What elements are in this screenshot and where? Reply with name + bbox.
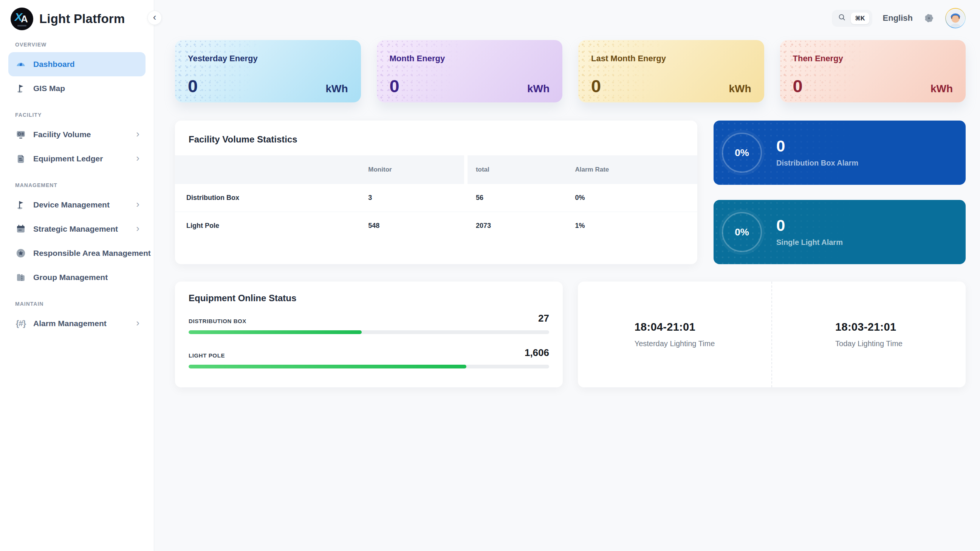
section-label-maintain: MAINTAIN — [15, 301, 145, 307]
flag-icon — [15, 199, 27, 210]
main-content: ⌘K English — [154, 0, 980, 551]
stat-title: Yesterday Energy — [188, 54, 348, 64]
progress-bar-fill — [189, 330, 362, 334]
time-label: Yesterday Lighting Time — [635, 339, 715, 348]
table-row: Light Pole 548 2073 1% — [175, 212, 697, 239]
topbar: ⌘K English — [175, 0, 966, 36]
brand-logo-icon: X A — [11, 8, 33, 30]
alarm-percent-ring: 0% — [722, 133, 762, 173]
alarm-value: 0 — [776, 138, 858, 154]
cell-alarm-rate: 1% — [566, 222, 697, 230]
facility-volume-statistics-card: Facility Volume Statistics Monitor total… — [175, 121, 697, 264]
stat-unit: kWh — [527, 83, 549, 94]
logo-letter: A — [21, 13, 28, 25]
time-value: 18:04-21:01 — [635, 321, 715, 333]
table-header: Monitor total Alarm Rate — [175, 155, 697, 184]
sidebar-item-alarm-management[interactable]: {#} Alarm Management › — [8, 311, 145, 336]
lighting-time-card: 18:04-21:01 Yesterday Lighting Time 18:0… — [578, 282, 966, 387]
equipment-label: LIGHT POLE — [189, 352, 225, 358]
sidebar-item-device-management[interactable]: Device Management › — [8, 193, 145, 217]
column-header: Monitor — [368, 155, 464, 184]
gauge-icon — [15, 59, 27, 70]
equipment-value: 1,606 — [525, 347, 549, 358]
section-label-management: MANAGEMENT — [15, 182, 145, 188]
flag-icon — [15, 83, 27, 94]
sidebar-item-dashboard[interactable]: Dashboard — [8, 52, 145, 76]
chevron-right-icon: › — [136, 129, 140, 140]
sidebar-collapse-button[interactable]: ‹ — [147, 11, 162, 25]
cell-alarm-rate: 0% — [566, 194, 697, 202]
section-label-facility: FACILITY — [15, 112, 145, 118]
alarm-percent-ring: 0% — [722, 212, 762, 252]
energy-stats-row: Yesterday Energy 0 kWh Month Energy 0 kW… — [175, 40, 966, 102]
sidebar-item-label: Strategic Management — [33, 225, 118, 234]
keyboard-shortcut-badge: ⌘K — [851, 13, 869, 24]
brand-name: Light Platform — [39, 12, 125, 26]
logo-bar — [18, 25, 27, 27]
progress-bar — [189, 330, 549, 334]
card-title: Equipment Online Status — [189, 293, 549, 303]
sidebar-item-group-management[interactable]: Group Management — [8, 265, 145, 290]
stat-unit: kWh — [325, 83, 348, 94]
sidebar-item-label: Responsible Area Management — [33, 248, 151, 258]
star-circle-icon — [15, 248, 27, 259]
sidebar-item-equipment-ledger[interactable]: Equipment Ledger › — [8, 147, 145, 171]
sidebar-item-label: Dashboard — [33, 60, 75, 69]
cell-name: Distribution Box — [175, 194, 368, 202]
equipment-value: 27 — [538, 312, 549, 324]
settings-gear-icon[interactable] — [923, 13, 935, 24]
sidebar-item-label: Alarm Management — [33, 319, 107, 328]
chevron-left-icon: ‹ — [153, 12, 156, 22]
cell-name: Light Pole — [175, 222, 368, 230]
user-avatar[interactable] — [945, 8, 966, 28]
alarm-value: 0 — [776, 218, 843, 234]
table-row: Distribution Box 3 56 0% — [175, 184, 697, 212]
stat-title: Month Energy — [390, 54, 550, 64]
stat-unit: kWh — [729, 83, 751, 94]
chevron-right-icon: › — [136, 153, 140, 164]
sidebar-item-strategic-management[interactable]: Strategic Management › — [8, 217, 145, 241]
stat-value: 0 — [793, 78, 803, 94]
equipment-status-item: LIGHT POLE 1,606 — [189, 347, 549, 368]
progress-bar-fill — [189, 365, 466, 368]
sidebar-item-label: Facility Volume — [33, 130, 91, 139]
distribution-box-alarm-card: 0% 0 Distribution Box Alarm — [714, 121, 966, 185]
facility-table: Monitor total Alarm Rate Distribution Bo… — [175, 155, 697, 239]
language-selector[interactable]: English — [883, 13, 913, 23]
stat-value: 0 — [188, 78, 198, 94]
calendar-icon — [15, 223, 27, 235]
stat-card-last-month-energy: Last Month Energy 0 kWh — [578, 40, 764, 102]
time-value: 18:03-21:01 — [835, 321, 902, 333]
cell-monitor: 548 — [368, 222, 468, 230]
stat-card-then-energy: Then Energy 0 kWh — [780, 40, 966, 102]
time-label: Today Lighting Time — [835, 339, 902, 348]
stat-unit: kWh — [931, 83, 953, 94]
sidebar-item-label: GIS Map — [33, 84, 65, 93]
sidebar-item-gis-map[interactable]: GIS Map — [8, 76, 145, 100]
bottom-row: Equipment Online Status DISTRIBUTION BOX… — [175, 282, 966, 387]
equipment-status-item: DISTRIBUTION BOX 27 — [189, 312, 549, 334]
progress-bar — [189, 365, 549, 368]
stat-title: Then Energy — [793, 54, 953, 64]
braces-hash-icon: {#} — [15, 318, 27, 329]
document-icon — [15, 153, 27, 164]
sidebar-item-label: Equipment Ledger — [33, 154, 103, 163]
monitor-icon — [15, 129, 27, 140]
chevron-right-icon: › — [136, 318, 140, 329]
sidebar-item-label: Group Management — [33, 273, 108, 282]
alarm-label: Single Light Alarm — [776, 238, 843, 247]
cell-total: 56 — [468, 194, 567, 202]
alarm-cards-column: 0% 0 Distribution Box Alarm 0% 0 Single … — [714, 121, 966, 264]
sidebar-item-responsible-area-management[interactable]: Responsible Area Management — [8, 241, 145, 265]
cell-monitor: 3 — [368, 194, 468, 202]
chevron-right-icon: › — [136, 223, 140, 235]
single-light-alarm-card: 0% 0 Single Light Alarm — [714, 200, 966, 264]
equipment-label: DISTRIBUTION BOX — [189, 318, 247, 324]
sidebar: X A Light Platform OVERVIEW Dashboard GI… — [0, 0, 154, 551]
yesterday-lighting-time-panel: 18:04-21:01 Yesterday Lighting Time — [578, 282, 772, 387]
brand: X A Light Platform — [11, 8, 145, 30]
search-button[interactable]: ⌘K — [832, 10, 872, 27]
mid-row: Facility Volume Statistics Monitor total… — [175, 121, 966, 264]
sidebar-item-facility-volume[interactable]: Facility Volume › — [8, 123, 145, 147]
stat-card-yesterday-energy: Yesterday Energy 0 kWh — [175, 40, 361, 102]
